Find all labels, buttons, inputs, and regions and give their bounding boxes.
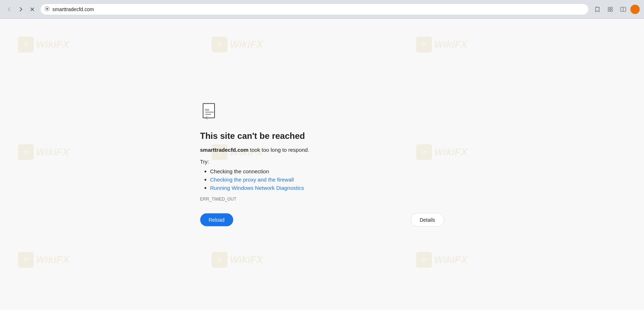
reload-button[interactable]: Reload [200,213,233,226]
wikifx-text: WikiFX [230,39,263,50]
error-try-label: Try: [200,159,444,165]
wikifx-logo: ⟳ [212,37,227,52]
close-tab-button[interactable] [27,4,37,14]
split-view-button[interactable] [617,4,629,15]
svg-rect-3 [611,7,612,9]
nav-buttons [4,4,37,14]
wikifx-text: WikiFX [434,39,467,50]
wikifx-text: WikiFX [36,39,69,50]
watermark: ⟳ WikiFX [212,37,263,52]
details-button[interactable]: Details [411,213,444,227]
error-container: :( This site can't be reached smarttrade… [200,102,444,227]
profile-button[interactable] [630,5,640,14]
svg-point-1 [46,8,48,10]
wikifx-logo: ⟳ [18,252,34,268]
watermark: ⟳ WikiFX [416,37,467,52]
wikifx-logo: ⟳ [416,252,432,268]
bookmark-button[interactable] [592,4,603,15]
svg-rect-4 [608,10,610,11]
watermark: ⟳ WikiFX [212,252,263,268]
wikifx-logo: ⟳ [18,37,34,52]
error-suggestions-list: Checking the connection Checking the pro… [200,168,444,191]
wikifx-text: WikiFX [36,146,69,158]
security-icon [45,6,50,12]
network-diagnostics-link[interactable]: Running Windows Network Diagnostics [210,185,304,191]
watermark: ⟳ WikiFX [18,37,69,52]
wikifx-text: WikiFX [36,254,69,266]
toolbar-icons [592,4,640,15]
forward-button[interactable] [16,4,26,14]
watermark: ⟳ WikiFX [18,144,69,160]
watermark: ⟳ WikiFX [416,252,467,268]
address-bar[interactable]: smarttradecfd.com [40,4,589,15]
error-description-suffix: took too long to respond. [249,147,309,153]
wikifx-logo: ⟳ [212,252,227,268]
error-code: ERR_TIMED_OUT [200,197,444,202]
suggestion-text: Checking the connection [210,168,269,174]
svg-rect-2 [608,7,610,9]
wikifx-text: WikiFX [230,254,263,266]
back-button[interactable] [4,4,14,14]
wikifx-logo: ⟳ [18,144,34,160]
url-text: smarttradecfd.com [52,6,584,12]
button-row: Reload Details [200,213,444,227]
list-item: Checking the proxy and the firewall [210,177,444,183]
error-description: smarttradecfd.com took too long to respo… [200,147,444,153]
svg-rect-8 [203,104,215,118]
wikifx-logo: ⟳ [416,37,432,52]
watermark: ⟳ WikiFX [18,252,69,268]
list-item: Checking the connection [210,168,444,174]
error-icon: :( [200,102,444,131]
error-title: This site can't be reached [200,131,444,141]
error-domain: smarttradecfd.com [200,147,249,153]
browser-chrome: smarttradecfd.com [0,0,644,19]
svg-text::(: :( [205,116,208,119]
page-content: ⟳ WikiFX ⟳ WikiFX ⟳ WikiFX ⟳ WikiFX ⟳ Wi… [0,19,644,310]
list-item: Running Windows Network Diagnostics [210,185,444,191]
wikifx-text: WikiFX [434,254,467,266]
proxy-firewall-link[interactable]: Checking the proxy and the firewall [210,177,294,183]
extensions-button[interactable] [605,4,616,15]
svg-rect-5 [611,10,612,11]
